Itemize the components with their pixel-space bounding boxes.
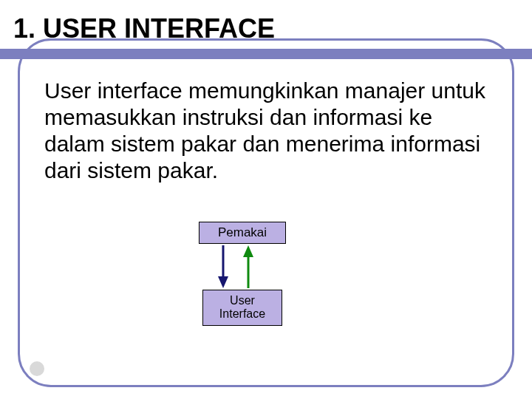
bullet-decoration xyxy=(30,361,44,376)
diagram-arrows xyxy=(191,244,294,290)
diagram-box-ui-line1: User xyxy=(230,294,255,307)
svg-marker-3 xyxy=(243,245,253,257)
svg-marker-1 xyxy=(218,276,228,288)
arrow-down-icon xyxy=(217,245,229,288)
diagram-box-user-interface: User Interface xyxy=(202,290,282,326)
arrow-up-icon xyxy=(242,245,254,288)
slide-title: 1. USER INTERFACE xyxy=(13,13,275,44)
title-bar: 1. USER INTERFACE xyxy=(0,13,532,58)
diagram-box-ui-line2: Interface xyxy=(219,307,265,320)
user-interface-diagram: Pemakai User Interface xyxy=(191,222,294,326)
diagram-box-pemakai: Pemakai xyxy=(199,222,286,244)
title-underline xyxy=(0,49,532,59)
slide-body-text: User interface memungkinkan manajer untu… xyxy=(44,78,488,184)
